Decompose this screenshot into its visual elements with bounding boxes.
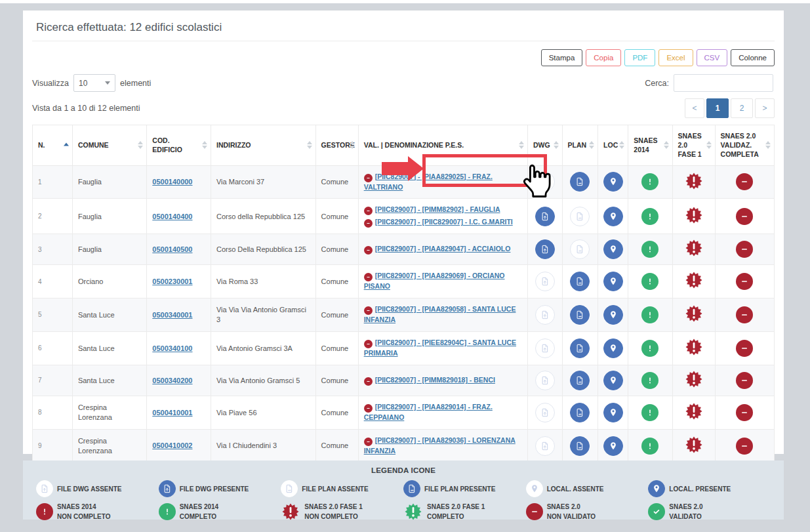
denominazione-pes-link[interactable]: [PIIC829007] - [PIAA829047] - ACCIAIOLO (375, 245, 511, 253)
copia-button[interactable]: Copia (586, 49, 621, 66)
snaes-20-validaz-cell (715, 429, 774, 462)
snaes-20-fase1-cell (672, 396, 715, 429)
page-length-select[interactable]: 10 (73, 74, 115, 92)
plan-assente-icon[interactable] (570, 239, 590, 259)
plan-presente-icon[interactable] (570, 305, 590, 325)
row-number-cell: 2 (33, 199, 73, 234)
cod-edificio-link[interactable]: 0500340200 (152, 377, 192, 384)
plan-cell (562, 265, 598, 298)
loc-presente-icon[interactable] (603, 436, 623, 456)
plan-presente-icon[interactable] (570, 338, 590, 358)
denominazione-pes-link[interactable]: [PIIC829007] - [PIAA829069] - ORCIANO PI… (364, 272, 505, 290)
pdf-button[interactable]: PDF (624, 49, 655, 66)
snaes-2014-completo-icon (641, 208, 658, 225)
pes-entry: [PIIC829007] - [PIMM829018] - BENCI (364, 375, 522, 386)
cod-edificio-link[interactable]: 0500140000 (152, 178, 192, 186)
loc-presente-icon[interactable] (603, 338, 623, 358)
non-validato-mini-icon (364, 219, 373, 228)
snaes-2014-cell (628, 332, 672, 365)
edifici-table: N.COMUNECOD. EDIFICIOINDIRIZZOGESTOREVAL… (32, 125, 775, 497)
column-header-12[interactable]: SNAES 2.0 VALIDAZ. COMPLETA (715, 125, 774, 166)
column-header-2[interactable]: COMUNE (72, 125, 146, 166)
dwg-assente-icon[interactable] (535, 172, 555, 192)
indirizzo-cell: Corso Della Repubblica 125 (211, 234, 315, 265)
dwg-assente-icon[interactable] (535, 305, 555, 325)
column-header-10[interactable]: SNAES 2014 (628, 125, 672, 166)
gestore-cell: Comune (315, 332, 358, 365)
search-label: Cerca: (645, 79, 669, 88)
loc-presente-icon[interactable] (603, 371, 623, 390)
denominazione-pes-link[interactable]: [PIIC829007] - [PIAA829058] - SANTA LUCE… (364, 305, 516, 323)
cod-edificio-link[interactable]: 0500140500 (152, 245, 192, 253)
column-header-11[interactable]: SNAES 2.0 FASE 1 (672, 125, 715, 166)
column-header-1[interactable]: N. (33, 125, 73, 166)
plan-presente-icon[interactable] (570, 172, 590, 192)
dwg-presente-icon[interactable] (535, 239, 555, 259)
plan-presente-icon[interactable] (570, 403, 590, 422)
plan-presente-icon[interactable] (570, 371, 590, 390)
cod-edificio-link[interactable]: 0500410002 (152, 441, 192, 449)
csv-button[interactable]: CSV (697, 49, 728, 66)
loc-presente-icon[interactable] (603, 172, 623, 192)
plan-assente-icon[interactable] (570, 207, 590, 226)
plan-presente-icon[interactable] (570, 272, 590, 291)
loc-presente-icon[interactable] (603, 207, 623, 226)
loc-assente-icon (526, 480, 543, 497)
legend-panel: LEGENDA ICONE FILE DWG ASSENTEFILE DWG P… (23, 460, 784, 520)
sort-carets-icon (554, 141, 559, 149)
dwg-assente-icon[interactable] (535, 403, 555, 422)
cod-edificio-cell: 0500340200 (147, 365, 211, 396)
dwg-assente-icon[interactable] (535, 272, 555, 291)
indirizzo-cell: Via Via Via Antonio Gramsci 3 (211, 298, 315, 332)
gestore-cell: Comune (315, 199, 358, 234)
snaes-20-fase1-completo-icon (403, 502, 423, 522)
cod-edificio-link[interactable]: 0500140400 (152, 213, 192, 220)
pes-entry: [PIIC829007] - [PIAA829058] - SANTA LUCE… (364, 304, 522, 325)
dwg-assente-icon[interactable] (535, 338, 555, 358)
colonne-button[interactable]: Colonne (731, 49, 775, 66)
plan-presente-icon[interactable] (570, 436, 590, 456)
excel-button[interactable]: Excel (658, 49, 693, 66)
snaes-20-fase1-non-completo-icon (684, 435, 704, 455)
legend-item-s2014-completo: SNAES 2014COMPLETO (159, 502, 281, 522)
loc-cell (598, 396, 628, 429)
loc-presente-icon[interactable] (603, 239, 623, 259)
column-header-3[interactable]: COD. EDIFICIO (147, 125, 211, 166)
dwg-assente-icon[interactable] (535, 371, 555, 390)
column-header-8[interactable]: PLAN (562, 125, 598, 166)
snaes-20-non-validato-icon (736, 241, 753, 258)
stampa-button[interactable]: Stampa (541, 49, 583, 66)
pagination-prev-button[interactable]: < (685, 98, 704, 118)
column-header-5[interactable]: GESTORE (315, 125, 358, 166)
pagination-next-button[interactable]: > (755, 98, 775, 118)
legend-label-line: NON COMPLETO (304, 512, 362, 522)
pes-entry: [PIIC829007] - [PIAA829069] - ORCIANO PI… (364, 271, 522, 292)
denominazione-pes-link[interactable]: [PIIC829007] - [PIIC829007] - I.C. G.MAR… (375, 218, 513, 226)
pagination-page-1-button[interactable]: 1 (706, 98, 729, 118)
denominazione-pes-link[interactable]: [PIIC829007] - [PIAA829014] - FRAZ. CEPP… (364, 403, 493, 421)
denominazione-pes-link[interactable]: [PIIC829007] - [PIAA829036] - LORENZANA … (364, 436, 516, 455)
cod-edificio-link[interactable]: 0500410001 (152, 409, 192, 417)
column-header-4[interactable]: INDIRIZZO (211, 125, 315, 166)
loc-presente-icon[interactable] (603, 305, 623, 325)
search-input[interactable] (674, 74, 773, 92)
denominazione-pes-link[interactable]: [PIIC829007] - [PIMM82902] - FAUGLIA (375, 205, 500, 213)
denominazione-pes-link[interactable]: [PIIC829007] - [PIAA829025] - FRAZ. VALT… (364, 173, 493, 191)
column-header-9[interactable]: LOC (598, 125, 628, 166)
cod-edificio-link[interactable]: 0500230001 (152, 277, 192, 285)
dwg-cell (528, 234, 563, 265)
column-header-7[interactable]: DWG (528, 125, 563, 166)
pagination-page-2-button[interactable]: 2 (731, 98, 753, 118)
loc-presente-icon[interactable] (603, 272, 623, 291)
denominazione-pes-link[interactable]: [PIIC829007] - [PIEE82904C] - SANTA LUCE… (364, 338, 516, 357)
pes-entry: [PIIC829007] - [PIAA829036] - LORENZANA … (364, 436, 522, 457)
cod-edificio-link[interactable]: 0500340001 (152, 311, 192, 319)
snaes-2014-completo-icon (159, 503, 176, 520)
denominazione-pes-link[interactable]: [PIIC829007] - [PIMM829018] - BENCI (375, 376, 495, 384)
dwg-assente-icon[interactable] (535, 436, 555, 456)
loc-presente-icon[interactable] (603, 403, 623, 422)
column-header-6[interactable]: VAL. | DENOMINAZIONE P.E.S. (358, 125, 527, 166)
cod-edificio-link[interactable]: 0500340100 (152, 344, 192, 352)
snaes-20-non-validato-icon (736, 438, 753, 455)
dwg-presente-icon[interactable] (535, 207, 555, 226)
